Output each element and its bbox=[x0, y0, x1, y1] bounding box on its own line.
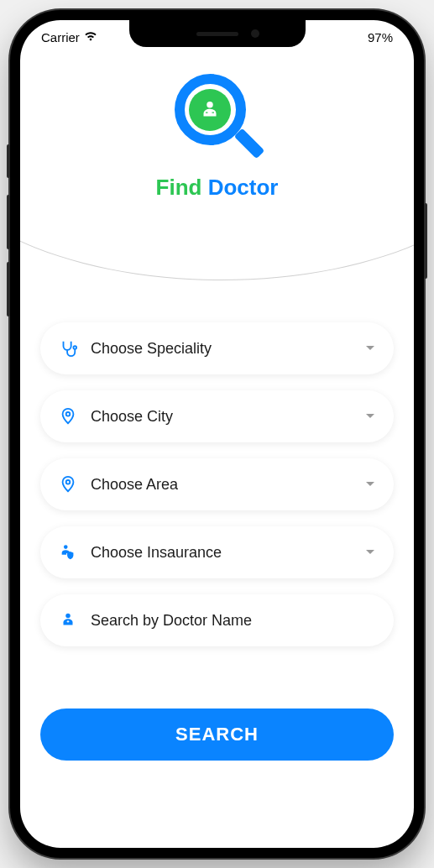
speciality-dropdown[interactable]: Choose Speciality bbox=[40, 322, 394, 374]
chevron-down-icon bbox=[365, 409, 375, 424]
area-dropdown[interactable]: Choose Area bbox=[40, 458, 394, 510]
phone-frame: Carrier 97% Find bbox=[10, 10, 424, 858]
svg-point-3 bbox=[66, 480, 71, 484]
doctor-name-label: Search by Doctor Name bbox=[91, 612, 375, 630]
location-pin-icon bbox=[59, 407, 77, 426]
phone-side-button bbox=[7, 195, 10, 249]
chevron-down-icon bbox=[365, 477, 375, 492]
speciality-label: Choose Speciality bbox=[91, 340, 365, 358]
svg-point-0 bbox=[207, 102, 213, 108]
chevron-down-icon bbox=[365, 341, 375, 356]
screen: Carrier 97% Find bbox=[20, 20, 414, 848]
notch bbox=[129, 20, 306, 47]
phone-side-button bbox=[7, 262, 10, 316]
search-doctor-logo-icon bbox=[171, 72, 264, 165]
logo-word-doctor: Doctor bbox=[208, 175, 279, 200]
logo-word-find: Find bbox=[156, 175, 202, 200]
battery-label: 97% bbox=[368, 30, 393, 44]
svg-point-4 bbox=[64, 545, 68, 549]
phone-side-button bbox=[424, 203, 427, 279]
insurance-dropdown[interactable]: Choose Insaurance bbox=[40, 526, 394, 578]
doctor-name-input[interactable]: Search by Doctor Name bbox=[40, 594, 394, 646]
wifi-icon bbox=[84, 29, 97, 45]
logo-text: Find Doctor bbox=[40, 175, 394, 201]
insurance-shield-icon bbox=[59, 543, 77, 562]
svg-point-1 bbox=[73, 346, 76, 349]
city-label: Choose City bbox=[91, 408, 365, 426]
search-form: Choose Speciality Choose City bbox=[40, 322, 394, 761]
doctor-person-icon bbox=[59, 611, 77, 630]
svg-point-2 bbox=[66, 412, 71, 416]
carrier-label: Carrier bbox=[41, 30, 80, 44]
logo-section: Find Doctor bbox=[40, 72, 394, 201]
area-label: Choose Area bbox=[91, 476, 365, 494]
chevron-down-icon bbox=[365, 545, 375, 560]
city-dropdown[interactable]: Choose City bbox=[40, 390, 394, 442]
stethoscope-icon bbox=[59, 339, 77, 358]
svg-rect-7 bbox=[68, 620, 69, 623]
insurance-label: Choose Insaurance bbox=[91, 544, 365, 562]
phone-side-button bbox=[7, 144, 10, 178]
location-pin-icon bbox=[59, 475, 77, 494]
search-button[interactable]: SEARCH bbox=[40, 709, 394, 761]
svg-point-5 bbox=[65, 614, 71, 619]
